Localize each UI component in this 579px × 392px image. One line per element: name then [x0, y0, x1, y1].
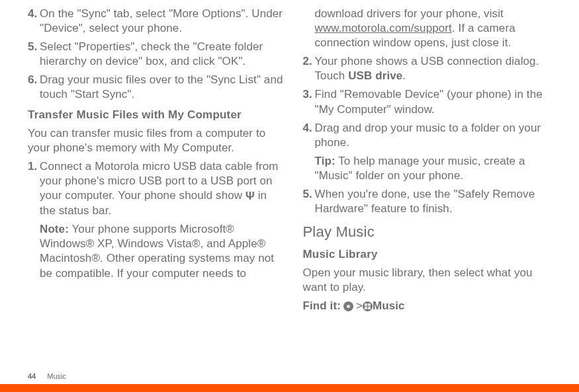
find-it-row: Find it: > Music [303, 299, 558, 313]
step-number: 3. [303, 87, 315, 116]
footer-accent-bar [0, 384, 579, 392]
music-library-heading: Music Library [303, 247, 558, 262]
launcher-icon [343, 301, 353, 311]
right-step-4: 4. Drag and drop your music to a folder … [303, 121, 558, 183]
step-text-a: Connect a Motorola micro USB data cable … [40, 160, 279, 202]
play-music-heading: Play Music [303, 223, 558, 242]
find-it-label: Find it: [303, 299, 341, 313]
step-text: Select "Properties", check the "Create f… [40, 40, 283, 69]
tip-block: Tip: To help manage your music, create a… [315, 154, 558, 183]
step-number: 5. [303, 187, 315, 216]
usb-icon: Ψ [245, 189, 255, 204]
section-name: Music [47, 372, 66, 380]
step-text: Drag your music files over to the "Sync … [40, 73, 283, 102]
continued-note: download drivers for your phone, visit w… [303, 7, 558, 50]
right-step-3: 3. Find "Removable Device" (your phone) … [303, 87, 558, 116]
right-step-2: 2. Your phone shows a USB connection dia… [303, 54, 558, 83]
step-number: 2. [303, 54, 315, 83]
step-text: When you're done, use the "Safely Remove… [315, 187, 558, 216]
note-text: Your phone supports Microsoft® Windows® … [40, 223, 274, 279]
step-number: 1. [28, 159, 40, 281]
page-footer: 44 Music [0, 372, 579, 392]
transfer-intro: You can transfer music files from a comp… [28, 126, 283, 155]
tip-label: Tip: [315, 155, 335, 167]
step-number: 4. [28, 7, 40, 36]
usb-drive-label: USB drive [348, 69, 402, 82]
tip-text: To help manage your music, create a "Mus… [315, 155, 525, 182]
footer-info: 44 Music [0, 372, 579, 384]
step-number: 4. [303, 121, 315, 183]
step-text: Find "Removable Device" (your phone) in … [315, 87, 558, 116]
step-number: 5. [28, 40, 40, 69]
page-number: 44 [28, 372, 36, 380]
gt-separator: > [356, 299, 363, 313]
step-number: 6. [28, 73, 40, 102]
cont-a: download drivers for your phone, visit [315, 7, 504, 20]
step-text: On the "Sync" tab, select "More Options"… [40, 7, 283, 36]
step-body: Drag and drop your music to a folder on … [315, 121, 558, 183]
note-block: Note: Your phone supports Microsoft® Win… [40, 222, 283, 280]
spacer [303, 7, 315, 50]
page-content: 4. On the "Sync" tab, select "More Optio… [0, 0, 579, 370]
left-column: 4. On the "Sync" tab, select "More Optio… [28, 7, 283, 370]
note-label: Note: [40, 223, 69, 235]
step-body: Your phone shows a USB connection dialog… [315, 54, 558, 83]
continued-text: download drivers for your phone, visit w… [315, 7, 558, 50]
support-link[interactable]: www.motorola.com/support [315, 22, 452, 34]
r2-text-b: . [402, 69, 406, 82]
music-app-icon [363, 301, 373, 311]
step-5: 5. Select "Properties", check the "Creat… [28, 40, 283, 69]
step-6: 6. Drag your music files over to the "Sy… [28, 73, 283, 102]
connect-step-1: 1. Connect a Motorola micro USB data cab… [28, 159, 283, 281]
step-4: 4. On the "Sync" tab, select "More Optio… [28, 7, 283, 36]
step-body: Connect a Motorola micro USB data cable … [40, 159, 283, 281]
music-app-label: Music [373, 299, 405, 313]
transfer-heading: Transfer Music Files with My Computer [28, 108, 283, 122]
right-step-5: 5. When you're done, use the "Safely Rem… [303, 187, 558, 216]
r4-text: Drag and drop your music to a folder on … [315, 122, 541, 149]
library-text: Open your music library, then select wha… [303, 266, 558, 295]
right-column: download drivers for your phone, visit w… [303, 7, 558, 370]
